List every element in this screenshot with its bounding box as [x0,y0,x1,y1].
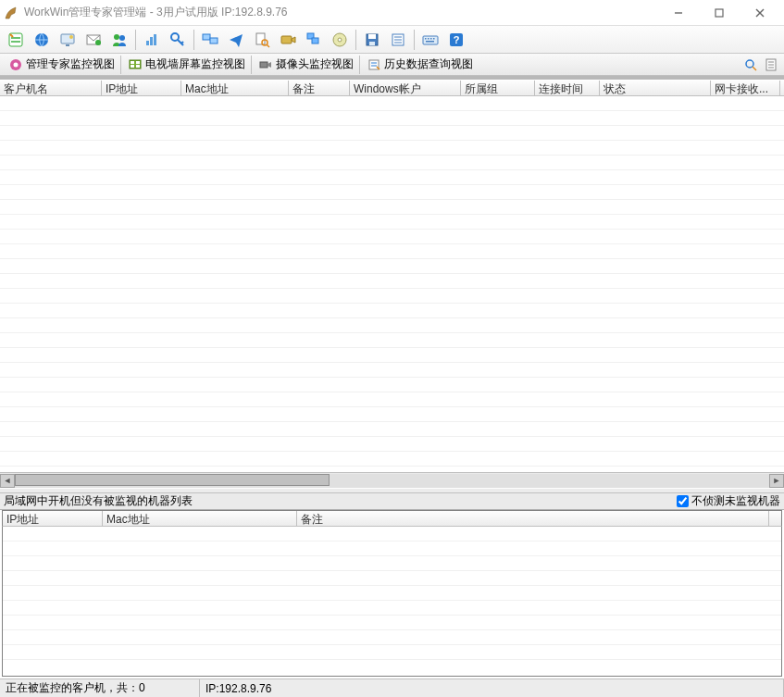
svg-rect-18 [210,38,218,44]
clients-table-header-row: 客户机名IP地址Mac地址备注Windows帐户所属组连接时间状态网卡接收... [0,80,784,96]
column-header[interactable]: Windows帐户 [350,81,461,95]
svg-line-21 [267,44,269,47]
column-header[interactable]: Mac地址 [103,511,297,526]
view-tabs-bar: 管理专家监控视图 电视墙屏幕监控视图 摄像头监控视图 历史数据查询视图 [0,54,784,76]
column-header[interactable]: Mac地址 [181,81,289,95]
report-view-icon[interactable] [762,56,780,73]
scroll-right-button[interactable]: ► [769,474,784,488]
svg-rect-39 [426,41,434,43]
svg-rect-29 [369,42,375,45]
toolbar-separator [193,30,194,50]
view-tab-history[interactable]: 历史数据查询视图 [362,56,479,74]
svg-rect-46 [136,61,140,64]
send-icon[interactable] [224,28,248,52]
column-header[interactable]: 所属组 [461,81,535,95]
svg-rect-36 [428,38,429,40]
mail-icon[interactable] [81,28,106,52]
view-tab-label: 管理专家监控视图 [26,56,115,72]
keyboard-icon[interactable] [418,28,442,52]
column-header[interactable]: 客户机名 [0,81,102,95]
app-icon [4,6,19,20]
window-title: WorkWin管理专家管理端 - 3用户试用版 IP:192.8.9.76 [24,5,658,20]
unmonitored-table-header-row: IP地址Mac地址备注 [2,510,782,527]
tvwall-view-icon [129,58,142,71]
svg-text:?: ? [454,34,460,45]
skip-detect-checkbox[interactable] [677,495,689,507]
close-button[interactable] [740,1,780,25]
monitor-icon[interactable] [56,28,80,52]
svg-rect-22 [281,36,292,44]
svg-rect-45 [131,61,134,64]
svg-rect-1 [716,9,723,17]
horizontal-scrollbar[interactable]: ◄ ► [0,472,784,488]
unmonitored-panel: 局域网中开机但没有被监视的机器列表 不侦测未监视机器 IP地址Mac地址备注 [0,493,784,678]
help-icon[interactable]: ? [444,28,468,52]
svg-rect-7 [66,44,69,46]
title-bar: WorkWin管理专家管理端 - 3用户试用版 IP:192.8.9.76 [0,0,784,26]
camera-view-icon [259,58,272,71]
column-header[interactable]: 网卡接收... [711,81,780,95]
key-icon[interactable] [166,28,190,52]
scroll-left-button[interactable]: ◄ [0,474,15,488]
view-tab-monitor[interactable]: 管理专家监控视图 [4,56,121,74]
status-client-count: 正在被监控的客户机，共：0 [0,679,200,697]
search-view-icon[interactable] [741,56,760,73]
svg-point-10 [95,40,101,45]
svg-point-11 [114,34,119,40]
toolbar-separator [414,30,415,50]
clients-table: 客户机名IP地址Mac地址备注Windows帐户所属组连接时间状态网卡接收...… [0,80,784,488]
svg-rect-34 [423,36,438,44]
svg-point-12 [119,35,125,41]
status-bar: 正在被监控的客户机，共：0 IP:192.8.9.76 [0,678,784,697]
maximize-button[interactable] [699,1,740,25]
users-icon[interactable] [107,28,131,52]
skip-detect-label-text: 不侦测未监视机器 [691,493,780,509]
skip-detect-checkbox-label[interactable]: 不侦测未监视机器 [677,493,780,509]
view-tab-camera[interactable]: 摄像头监控视图 [254,56,360,74]
column-header[interactable]: 状态 [600,81,711,95]
svg-rect-19 [256,33,265,44]
save-icon[interactable] [360,28,384,52]
column-header[interactable]: 备注 [297,511,769,526]
svg-line-54 [753,67,756,70]
list-icon[interactable] [386,28,410,52]
svg-rect-14 [150,37,153,45]
minimize-button[interactable] [658,1,699,25]
svg-rect-35 [425,38,427,40]
column-header[interactable]: IP地址 [102,81,181,95]
view-tab-tvwall[interactable]: 电视墙屏幕监控视图 [123,56,252,74]
column-header[interactable]: 连接时间 [535,81,600,95]
chart-icon[interactable] [140,28,164,52]
view-tab-label: 电视墙屏幕监控视图 [145,56,245,72]
toolbar-separator [135,30,136,50]
svg-rect-17 [203,34,210,40]
svg-rect-13 [146,41,149,45]
unmonitored-panel-header: 局域网中开机但没有被监视的机器列表 不侦测未监视机器 [0,493,784,510]
column-header[interactable]: IP地址 [3,511,103,526]
svg-rect-24 [312,38,318,44]
screens-icon[interactable] [198,28,222,52]
toolbar-separator [355,30,356,50]
status-ip: IP:192.8.9.76 [200,679,784,697]
svg-point-16 [171,33,179,41]
monitor-view-icon [9,58,22,71]
unmonitored-table-body[interactable] [2,527,782,677]
scroll-thumb[interactable] [15,474,330,486]
svg-rect-28 [368,34,376,39]
camera-icon[interactable] [276,28,300,52]
windows-icon[interactable] [302,28,326,52]
svg-rect-38 [433,38,435,40]
clients-table-body[interactable] [0,96,784,472]
main-toolbar: ? [0,26,784,54]
scroll-track[interactable] [15,474,769,488]
column-header[interactable]: 备注 [289,81,350,95]
globe-icon[interactable] [30,28,54,52]
view-tab-label: 历史数据查询视图 [384,56,473,72]
search-doc-icon[interactable] [250,28,274,52]
svg-point-43 [14,62,19,67]
svg-rect-48 [136,65,140,68]
home-icon[interactable] [4,28,28,52]
history-view-icon [367,58,380,71]
window-buttons [658,1,780,25]
disc-icon[interactable] [328,28,352,52]
